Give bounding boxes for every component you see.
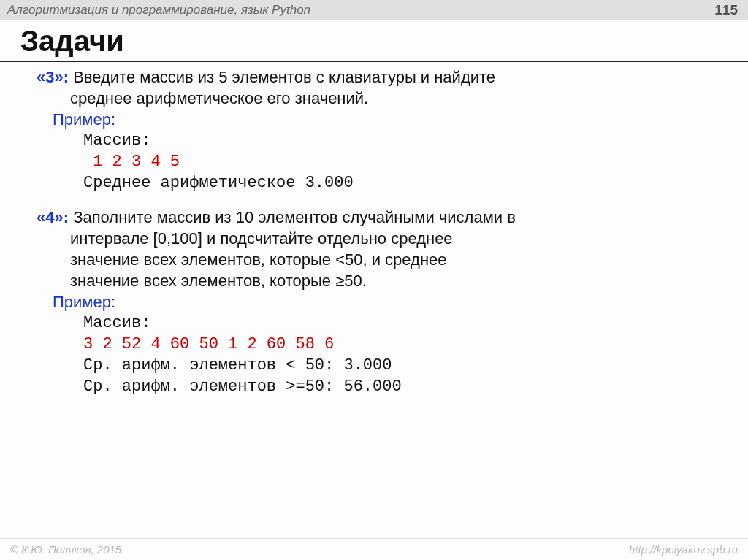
page-number: 115 xyxy=(714,2,738,18)
task-4-text3: значение всех элементов, которые <50, и … xyxy=(37,249,723,270)
task-4: «4»: Заполните массив из 10 элементов сл… xyxy=(37,207,723,397)
title-area: Задачи xyxy=(0,20,748,62)
slide-title: Задачи xyxy=(20,25,748,58)
task-3-text1: Введите массив из 5 элементов с клавиату… xyxy=(69,68,495,86)
task-4-line1: «4»: Заполните массив из 10 элементов сл… xyxy=(37,207,723,228)
course-title: Алгоритмизация и программирование, язык … xyxy=(7,3,310,18)
task-3-text2: среднее арифметическое его значений. xyxy=(37,88,723,109)
task-3: «3»: Введите массив из 5 элементов с кла… xyxy=(37,66,723,193)
task-3-mono-2: 1 2 3 4 5 xyxy=(37,151,723,172)
slide-header: Алгоритмизация и программирование, язык … xyxy=(0,0,748,20)
task-4-mono-1: Массив: xyxy=(37,312,723,334)
task-4-mono-3: Ср. арифм. элементов < 50: 3.000 xyxy=(37,355,723,376)
task-4-text4: значение всех элементов, которые ≥50. xyxy=(37,270,723,291)
task-4-text1: Заполните массив из 10 элементов случайн… xyxy=(69,208,516,226)
task-4-mono-2: 3 2 52 4 60 50 1 2 60 58 6 xyxy=(37,334,723,355)
task-3-example-label: Пример: xyxy=(53,110,115,129)
task-4-label: «4»: xyxy=(37,208,69,226)
task-3-label: «3»: xyxy=(37,68,69,86)
task-3-line1: «3»: Введите массив из 5 элементов с кла… xyxy=(37,66,723,88)
footer-url: http://kpolyakov.spb.ru xyxy=(629,543,738,556)
copyright: © К.Ю. Поляков, 2015 xyxy=(10,543,121,556)
task-4-example-label: Пример: xyxy=(53,293,115,311)
task-3-mono-3: Среднее арифметическое 3.000 xyxy=(37,172,723,193)
task-4-mono-4: Ср. арифм. элементов >=50: 56.000 xyxy=(37,376,723,397)
task-4-text2: интервале [0,100] и подсчитайте отдельно… xyxy=(37,228,723,249)
content-area: «3»: Введите массив из 5 элементов с кла… xyxy=(0,62,748,397)
task-3-mono-1: Массив: xyxy=(37,130,723,151)
slide-footer: © К.Ю. Поляков, 2015 http://kpolyakov.sp… xyxy=(0,538,748,560)
